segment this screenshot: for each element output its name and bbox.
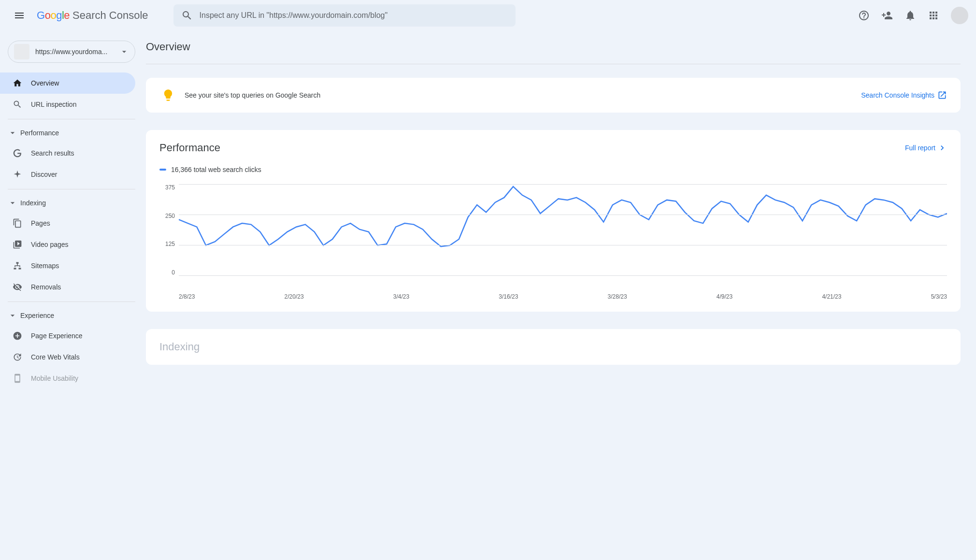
sidebar-item-overview[interactable]: Overview xyxy=(0,72,135,94)
y-tick: 125 xyxy=(165,241,175,247)
apps-grid-icon xyxy=(928,10,939,21)
nav-label: Overview xyxy=(31,79,59,87)
nav-label: Pages xyxy=(31,219,50,227)
full-report-link[interactable]: Full report xyxy=(905,143,947,153)
sidebar-item-pages[interactable]: Pages xyxy=(0,213,135,234)
sidebar-item-sitemaps[interactable]: Sitemaps xyxy=(0,255,135,276)
section-indexing[interactable]: Indexing xyxy=(0,193,143,213)
property-url: https://www.yourdoma... xyxy=(35,48,119,56)
nav-label: Removals xyxy=(31,283,61,291)
section-experience[interactable]: Experience xyxy=(0,306,143,325)
sidebar-item-search-results[interactable]: Search results xyxy=(0,143,135,164)
nav-label: URL inspection xyxy=(31,101,76,108)
nav-label: Video pages xyxy=(31,241,69,248)
google-logo: Google xyxy=(37,9,70,22)
account-avatar[interactable] xyxy=(951,7,968,24)
x-tick: 5/3/23 xyxy=(931,293,947,300)
help-button[interactable] xyxy=(854,6,874,25)
header: Google Search Console xyxy=(0,0,976,31)
menu-button[interactable] xyxy=(8,4,31,27)
section-label: Performance xyxy=(20,129,59,137)
indexing-card: Indexing xyxy=(146,329,961,365)
x-tick: 3/16/23 xyxy=(499,293,518,300)
section-performance[interactable]: Performance xyxy=(0,123,143,143)
legend-label: 16,366 total web search clicks xyxy=(171,166,261,173)
chart-legend: 16,366 total web search clicks xyxy=(159,166,947,173)
chevron-right-icon xyxy=(937,143,947,153)
help-icon xyxy=(858,10,870,21)
performance-chart: 375 250 125 0 xyxy=(159,184,947,290)
home-icon xyxy=(13,78,22,88)
x-tick: 2/8/23 xyxy=(179,293,195,300)
mobile-icon xyxy=(13,373,22,383)
section-label: Indexing xyxy=(20,199,46,207)
main-content: Overview See your site's top queries on … xyxy=(143,31,976,560)
discover-icon xyxy=(13,170,22,179)
sidebar-item-video-pages[interactable]: Video pages xyxy=(0,234,135,255)
search-icon xyxy=(181,10,193,21)
sidebar-item-mobile-usability[interactable]: Mobile Usability xyxy=(0,368,135,389)
nav-label: Page Experience xyxy=(31,332,83,340)
nav-label: Discover xyxy=(31,171,57,178)
performance-card: Performance Full report 16,366 total web… xyxy=(146,130,961,312)
performance-title: Performance xyxy=(159,142,220,154)
x-axis: 2/8/23 2/20/23 3/4/23 3/16/23 3/28/23 4/… xyxy=(179,293,947,300)
bell-icon xyxy=(904,10,916,21)
url-inspect-search[interactable] xyxy=(173,4,516,27)
chart-line xyxy=(179,184,947,276)
link-label: Full report xyxy=(905,144,935,152)
users-button[interactable] xyxy=(877,6,897,25)
legend-swatch xyxy=(159,169,166,171)
sidebar-item-url-inspection[interactable]: URL inspection xyxy=(0,94,135,115)
open-in-new-icon xyxy=(937,90,947,100)
indexing-title: Indexing xyxy=(146,329,961,365)
google-g-icon xyxy=(13,148,22,158)
insights-card: See your site's top queries on Google Se… xyxy=(146,78,961,113)
nav-label: Search results xyxy=(31,149,74,157)
logo[interactable]: Google Search Console xyxy=(37,9,148,22)
chevron-down-icon xyxy=(8,128,17,138)
nav-label: Sitemaps xyxy=(31,262,59,270)
search-icon xyxy=(13,100,22,109)
chevron-down-icon xyxy=(8,311,17,320)
menu-icon xyxy=(14,10,25,21)
lightbulb-icon xyxy=(159,86,177,104)
sitemap-icon xyxy=(13,261,22,271)
x-tick: 4/9/23 xyxy=(717,293,732,300)
y-tick: 375 xyxy=(165,184,175,191)
sidebar-item-core-web-vitals[interactable]: Core Web Vitals xyxy=(0,346,135,368)
chevron-down-icon xyxy=(8,198,17,208)
x-tick: 3/4/23 xyxy=(393,293,409,300)
link-label: Search Console Insights xyxy=(861,91,934,99)
visibility-off-icon xyxy=(13,282,22,292)
x-tick: 4/21/23 xyxy=(822,293,841,300)
product-name: Search Console xyxy=(72,9,148,22)
url-inspect-input[interactable] xyxy=(200,11,508,20)
chevron-down-icon xyxy=(119,47,129,57)
video-icon xyxy=(13,240,22,249)
y-tick: 250 xyxy=(165,213,175,219)
page-title: Overview xyxy=(146,41,961,64)
x-tick: 3/28/23 xyxy=(608,293,627,300)
x-tick: 2/20/23 xyxy=(285,293,304,300)
person-add-icon xyxy=(881,10,893,21)
y-tick: 0 xyxy=(172,269,175,276)
sidebar-item-discover[interactable]: Discover xyxy=(0,164,135,185)
property-favicon xyxy=(14,44,29,59)
section-label: Experience xyxy=(20,312,54,319)
nav-label: Core Web Vitals xyxy=(31,353,80,361)
y-axis: 375 250 125 0 xyxy=(159,184,179,276)
vitals-icon xyxy=(13,352,22,362)
page-icon xyxy=(13,218,22,228)
sidebar: https://www.yourdoma... Overview URL ins… xyxy=(0,31,143,560)
property-selector[interactable]: https://www.yourdoma... xyxy=(8,41,135,63)
page-experience-icon xyxy=(13,331,22,341)
apps-button[interactable] xyxy=(924,6,943,25)
nav-label: Mobile Usability xyxy=(31,374,78,382)
sidebar-item-removals[interactable]: Removals xyxy=(0,276,135,298)
insights-link[interactable]: Search Console Insights xyxy=(861,90,947,100)
insights-text: See your site's top queries on Google Se… xyxy=(185,91,861,99)
notifications-button[interactable] xyxy=(901,6,920,25)
sidebar-item-page-experience[interactable]: Page Experience xyxy=(0,325,135,346)
